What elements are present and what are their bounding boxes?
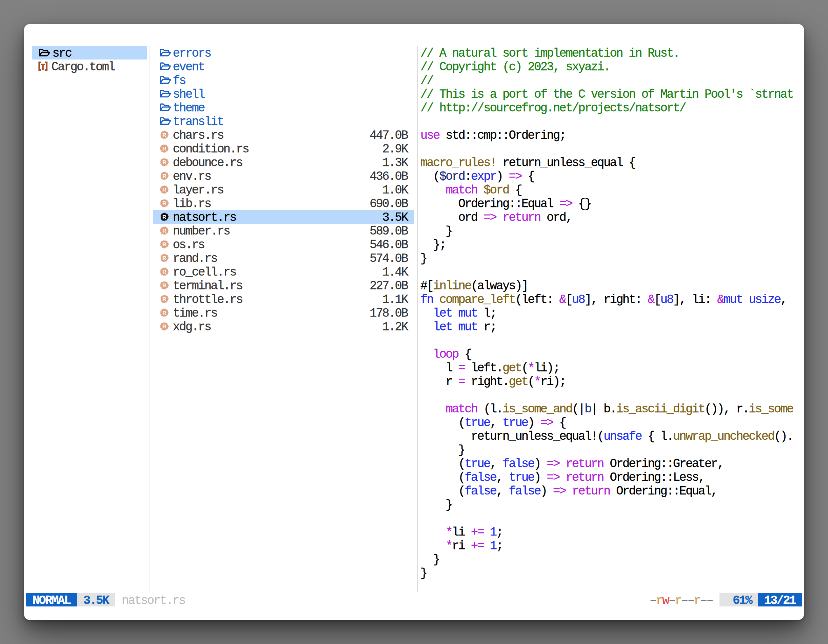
svg-text:R: R xyxy=(162,255,166,261)
svg-text:R: R xyxy=(162,159,166,165)
svg-text:R: R xyxy=(162,268,166,274)
svg-text:R: R xyxy=(162,132,166,138)
svg-text:R: R xyxy=(162,241,166,247)
svg-text:R: R xyxy=(162,296,166,302)
svg-text:R: R xyxy=(162,173,166,179)
svg-text:R: R xyxy=(162,282,166,288)
svg-text:R: R xyxy=(162,200,166,206)
svg-text:R: R xyxy=(162,227,166,233)
svg-text:R: R xyxy=(162,323,166,329)
svg-text:R: R xyxy=(162,310,166,316)
svg-text:R: R xyxy=(162,146,166,152)
svg-text:R: R xyxy=(162,186,166,193)
svg-text:R: R xyxy=(162,214,166,220)
